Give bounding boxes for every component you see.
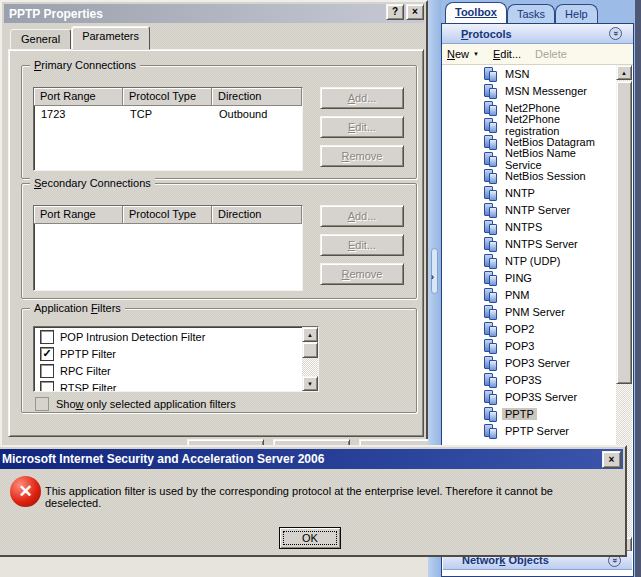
protocol-item[interactable]: POP3S [443, 371, 616, 388]
protocols-toolbar: New ▼ Edit... Delete [442, 44, 633, 65]
protocol-item-label: NNTP [502, 187, 538, 199]
protocol-item-label: NTP (UDP) [502, 255, 563, 267]
protocol-item[interactable]: MSN Messenger [443, 82, 616, 99]
protocol-item[interactable]: NNTPS [443, 218, 616, 235]
protocol-item[interactable]: MSN [443, 65, 616, 82]
protocol-item[interactable]: NNTP Server [443, 201, 616, 218]
protocol-item-label: NetBios Name Service [502, 147, 616, 171]
protocol-icon [484, 237, 497, 251]
filter-item-label: PPTP Filter [60, 348, 116, 360]
show-only-selected-checkbox[interactable]: Show only selected application filters [35, 397, 236, 411]
protocol-icon [484, 67, 497, 81]
filters-scrollbar[interactable]: ▲ ▼ [302, 327, 318, 391]
edit-button[interactable]: Edit... [320, 234, 404, 256]
column-header[interactable]: Direction [212, 88, 302, 106]
tab-general[interactable]: General [10, 29, 71, 50]
checkbox-icon[interactable] [40, 381, 54, 393]
protocol-item[interactable]: POP3 Server [443, 354, 616, 371]
protocol-icon [484, 203, 497, 217]
add-button[interactable]: Add... [320, 87, 404, 109]
column-header[interactable]: Port Range [34, 88, 123, 106]
protocol-item[interactable]: PPTP [443, 405, 616, 422]
secondary-connections-title: Secondary Connections [30, 177, 155, 189]
filter-item[interactable]: RPC Filter [35, 362, 301, 379]
chevron-down-icon[interactable]: ▼ [473, 51, 479, 57]
collapse-section-icon[interactable]: » [609, 27, 622, 40]
protocol-item-label: POP2 [502, 323, 537, 335]
error-dialog-titlebar[interactable]: Microsoft Internet Security and Accelera… [0, 449, 623, 469]
close-icon[interactable]: × [602, 451, 621, 468]
tab-help[interactable]: Help [555, 4, 598, 23]
parameters-tab-page: Primary Connections Port RangeProtocol T… [8, 49, 424, 437]
protocol-item[interactable]: NetBios Name Service [443, 150, 616, 167]
protocol-icon [484, 118, 497, 132]
tab-parameters[interactable]: Parameters [71, 26, 150, 50]
protocol-item-label: NNTP Server [502, 204, 573, 216]
secondary-connections-table[interactable]: Port RangeProtocol TypeDirection [33, 205, 303, 291]
edit-button[interactable]: Edit... [493, 48, 521, 60]
protocol-icon [484, 135, 497, 149]
column-header[interactable]: Protocol Type [123, 88, 212, 106]
scroll-up-icon[interactable]: ▲ [616, 65, 632, 80]
close-icon[interactable]: × [406, 4, 424, 20]
scroll-down-icon[interactable]: ▼ [302, 376, 318, 391]
protocol-icon [484, 271, 497, 285]
remove-button[interactable]: Remove [320, 263, 404, 285]
filter-item[interactable]: RTSP Filter [35, 379, 301, 392]
column-header[interactable]: Port Range [34, 206, 123, 224]
remove-button[interactable]: Remove [320, 145, 404, 167]
pptp-tabstrip: General Parameters [10, 29, 150, 50]
protocol-item[interactable]: Net2Phone registration [443, 116, 616, 133]
help-icon[interactable]: ? [386, 4, 404, 20]
protocol-item-label: MSN Messenger [502, 85, 590, 97]
protocol-item[interactable]: NNTP [443, 184, 616, 201]
protocol-item-label: NNTPS Server [502, 238, 581, 250]
protocol-item[interactable]: NTP (UDP) [443, 252, 616, 269]
checkbox-icon[interactable] [40, 330, 54, 344]
table-cell: TCP [123, 106, 212, 123]
checkbox-icon[interactable]: ✓ [40, 347, 54, 361]
column-header[interactable]: Protocol Type [123, 206, 212, 224]
table-row[interactable]: 1723TCPOutbound [34, 106, 302, 123]
protocols-header-label: Protocols [461, 28, 512, 40]
protocol-item[interactable]: PING [443, 269, 616, 286]
checkbox-icon[interactable] [40, 364, 54, 378]
scroll-up-icon[interactable]: ▲ [302, 327, 318, 342]
protocol-item[interactable]: POP2 [443, 320, 616, 337]
protocols-scrollbar-thumb[interactable] [616, 81, 632, 384]
splitter-handle[interactable] [431, 248, 438, 294]
checkbox-icon[interactable] [35, 397, 49, 411]
protocol-item[interactable]: PNM [443, 286, 616, 303]
filter-item[interactable]: ✓PPTP Filter [35, 345, 301, 362]
error-ok-button[interactable]: OK [279, 527, 341, 549]
filters-scrollbar-thumb[interactable] [302, 342, 318, 358]
column-header[interactable]: Direction [212, 206, 302, 224]
tab-toolbox[interactable]: Toolbox [445, 2, 507, 23]
new-menu-button[interactable]: New [447, 48, 469, 60]
task-pane-tabs: Toolbox Tasks Help [445, 2, 598, 23]
tab-tasks[interactable]: Tasks [507, 4, 555, 23]
primary-connections-table[interactable]: Port RangeProtocol TypeDirection 1723TCP… [33, 87, 303, 171]
pptp-dialog-titlebar[interactable]: PPTP Properties [4, 4, 424, 23]
primary-connections-title: Primary Connections [30, 59, 140, 71]
secondary-connections-group: Secondary Connections Port RangeProtocol… [21, 183, 417, 299]
protocol-item[interactable]: POP3S Server [443, 388, 616, 405]
error-message: This application filter is used by the c… [45, 485, 607, 509]
edit-button[interactable]: Edit... [320, 116, 404, 138]
filter-item-label: RTSP Filter [60, 382, 116, 393]
protocol-item-label: POP3 Server [502, 357, 573, 369]
filter-item-label: POP Intrusion Detection Filter [60, 331, 205, 343]
filter-item[interactable]: POP Intrusion Detection Filter [35, 328, 301, 345]
pptp-dialog-title: PPTP Properties [9, 7, 103, 21]
delete-button[interactable]: Delete [535, 48, 567, 60]
application-filters-list[interactable]: POP Intrusion Detection Filter✓PPTP Filt… [33, 326, 319, 392]
show-only-selected-label: Show only selected application filters [56, 398, 236, 410]
protocol-item[interactable]: POP3 [443, 337, 616, 354]
table-cell: Outbound [212, 106, 302, 123]
window-right-border [635, 0, 641, 577]
protocols-section-header[interactable]: Protocols » [442, 24, 633, 44]
add-button[interactable]: Add... [320, 205, 404, 227]
protocol-item[interactable]: NNTPS Server [443, 235, 616, 252]
protocol-item[interactable]: PPTP Server [443, 422, 616, 439]
protocol-item[interactable]: PNM Server [443, 303, 616, 320]
